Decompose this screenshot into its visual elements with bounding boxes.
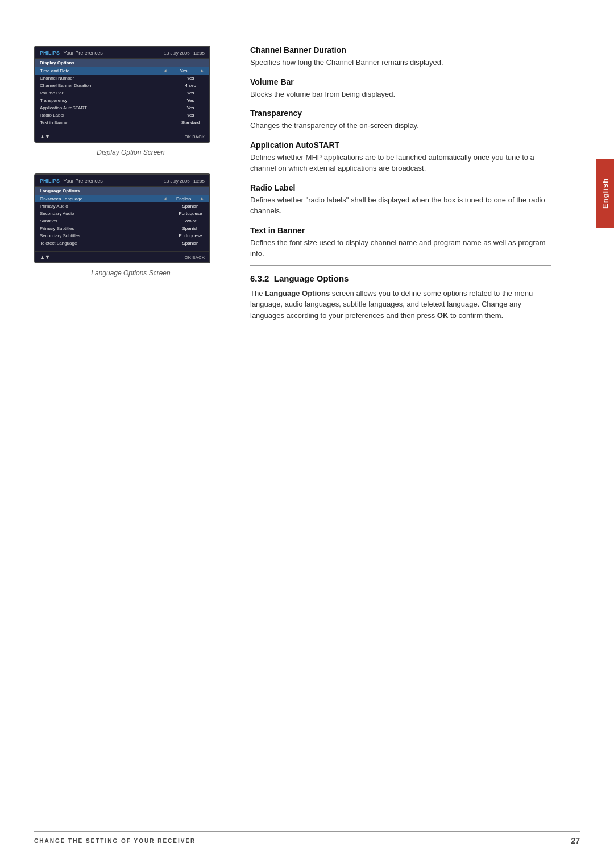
section-632-text: The Language Options screen allows you t… [250, 288, 551, 321]
display-row-0-arrow-left: ◄ [163, 68, 167, 73]
display-row-4: Transparency Yes [35, 97, 209, 104]
language-date: 13 July 2005 [164, 179, 189, 184]
language-row-4-label: Primary Subtitles [40, 226, 176, 231]
display-row-3-value: Yes [176, 90, 205, 96]
english-tab-label: English [601, 178, 609, 209]
display-section-title: Display Options [35, 59, 209, 67]
display-option-screen: PHILIPS Your Preferences 13 July 2005 13… [34, 46, 210, 143]
language-nav-arrows: ▲▼ [40, 254, 50, 260]
display-time: 13:05 [193, 51, 205, 56]
display-screen-footer: ▲▼ OK BACK [35, 131, 209, 142]
left-column: PHILIPS Your Preferences 13 July 2005 13… [34, 46, 227, 325]
transparency-text: Changes the transparency of the on-scree… [250, 120, 551, 131]
language-section-title: Language Options [35, 187, 209, 195]
display-header-right: 13 July 2005 13:05 [164, 51, 205, 56]
language-option-screen: PHILIPS Your Preferences 13 July 2005 13… [34, 173, 210, 263]
language-row-0-label: On-screen Language [40, 196, 163, 201]
language-row-6: Teletext Language Spanish [35, 239, 209, 247]
language-philips-logo: PHILIPS Your Preferences [40, 178, 103, 184]
language-caption: Language Options Screen [34, 269, 227, 277]
language-row-3-label: Subtitles [40, 218, 176, 224]
language-row-2: Secondary Audio Portuguese [35, 210, 209, 217]
volume-bar-heading: Volume Bar [250, 77, 551, 86]
radio-label-text: Defines whether "radio labels" shall be … [250, 195, 551, 217]
right-column: Channel Banner Duration Specifies how lo… [250, 46, 580, 325]
language-row-1-label: Primary Audio [40, 204, 176, 209]
volume-bar-text: Blocks the volume bar from being display… [250, 89, 551, 100]
display-row-7-label: Text in Banner [40, 120, 176, 125]
language-row-3: Subtitles Wolof [35, 217, 209, 225]
language-row-4: Primary Subtitles Spanish [35, 225, 209, 232]
text-in-banner-heading: Text in Banner [250, 226, 551, 235]
display-your-preferences: Your Preferences [64, 50, 103, 56]
radio-label-heading: Radio Label [250, 183, 551, 192]
language-philips-text: PHILIPS [40, 178, 60, 184]
display-ok-back: OK BACK [184, 134, 205, 139]
page-footer: CHANGE THE SETTING OF YOUR RECEIVER 27 [34, 831, 580, 845]
language-screen-header: PHILIPS Your Preferences 13 July 2005 13… [35, 175, 209, 187]
display-philips-logo: PHILIPS Your Preferences [40, 50, 103, 56]
display-row-2-label: Channel Banner Duration [40, 83, 176, 88]
language-row-0: On-screen Language ◄ English ► [35, 195, 209, 202]
language-your-preferences: Your Preferences [64, 178, 103, 184]
display-row-5-label: Application AutoSTART [40, 105, 176, 110]
language-ok-back: OK BACK [184, 255, 205, 260]
language-header-right: 13 July 2005 13:05 [164, 179, 205, 184]
display-row-0: Time and Date ◄ Yes ► [35, 67, 209, 75]
display-row-5-value: Yes [176, 105, 205, 110]
display-philips-text: PHILIPS [40, 50, 60, 56]
language-row-6-value: Spanish [176, 241, 205, 246]
transparency-heading: Transparency [250, 109, 551, 118]
display-row-2: Channel Banner Duration 4 sec [35, 82, 209, 89]
display-row-1-value: Yes [176, 76, 205, 81]
display-row-4-label: Transparency [40, 98, 176, 103]
display-row-4-value: Yes [176, 98, 205, 103]
section-632-title: 6.3.2 Language Options [250, 274, 551, 283]
language-row-5: Secondary Subtitles Portuguese [35, 232, 209, 239]
display-screen-header: PHILIPS Your Preferences 13 July 2005 13… [35, 47, 209, 59]
display-row-7: Text in Banner Standard [35, 119, 209, 126]
channel-banner-heading: Channel Banner Duration [250, 46, 551, 55]
display-nav-arrows: ▲▼ [40, 134, 50, 139]
language-row-2-label: Secondary Audio [40, 211, 176, 216]
language-row-4-value: Spanish [176, 226, 205, 231]
text-in-banner-text: Defines the font size used to display ch… [250, 237, 551, 259]
channel-banner-text: Specifies how long the Channel Banner re… [250, 57, 551, 68]
language-row-1-value: Spanish [176, 204, 205, 209]
footer-text: CHANGE THE SETTING OF YOUR RECEIVER [34, 838, 196, 844]
display-row-1-label: Channel Number [40, 76, 176, 81]
page-container: PHILIPS Your Preferences 13 July 2005 13… [0, 0, 614, 868]
section-632: 6.3.2 Language Options The Language Opti… [250, 265, 551, 321]
display-date: 13 July 2005 [164, 51, 189, 56]
language-row-5-value: Portuguese [176, 233, 205, 238]
display-row-5: Application AutoSTART Yes [35, 104, 209, 111]
display-row-6: Radio Label Yes [35, 111, 209, 119]
display-row-3-label: Volume Bar [40, 90, 176, 96]
autostart-heading: Application AutoSTART [250, 140, 551, 150]
display-row-3: Volume Bar Yes [35, 89, 209, 97]
display-row-6-label: Radio Label [40, 113, 176, 118]
display-row-0-value: Yes [169, 68, 198, 73]
language-row-1: Primary Audio Spanish [35, 202, 209, 210]
display-row-7-value: Standard [176, 120, 205, 125]
language-row-0-arrow-left: ◄ [163, 196, 167, 201]
section-632-number: 6.3.2 [250, 274, 269, 283]
section-632-ok-bold: OK [437, 311, 449, 320]
display-row-2-value: 4 sec [176, 83, 205, 88]
language-row-5-label: Secondary Subtitles [40, 233, 176, 238]
display-caption: Display Option Screen [34, 148, 227, 156]
display-row-0-label: Time and Date [40, 68, 163, 73]
language-row-3-value: Wolof [176, 218, 205, 224]
display-row-1: Channel Number Yes [35, 75, 209, 82]
language-row-2-value: Portuguese [176, 211, 205, 216]
main-layout: PHILIPS Your Preferences 13 July 2005 13… [34, 46, 580, 325]
language-row-0-arrow-right: ► [200, 196, 205, 201]
footer-page-number: 27 [571, 836, 580, 845]
language-row-6-label: Teletext Language [40, 241, 176, 246]
english-tab: English [596, 159, 614, 228]
section-632-bold-intro: Language Options [265, 289, 330, 297]
display-row-0-arrow-right: ► [200, 68, 205, 73]
autostart-text: Defines whether MHP applications are to … [250, 152, 551, 174]
section-632-heading: Language Options [274, 274, 349, 283]
language-row-0-value: English [169, 196, 198, 201]
